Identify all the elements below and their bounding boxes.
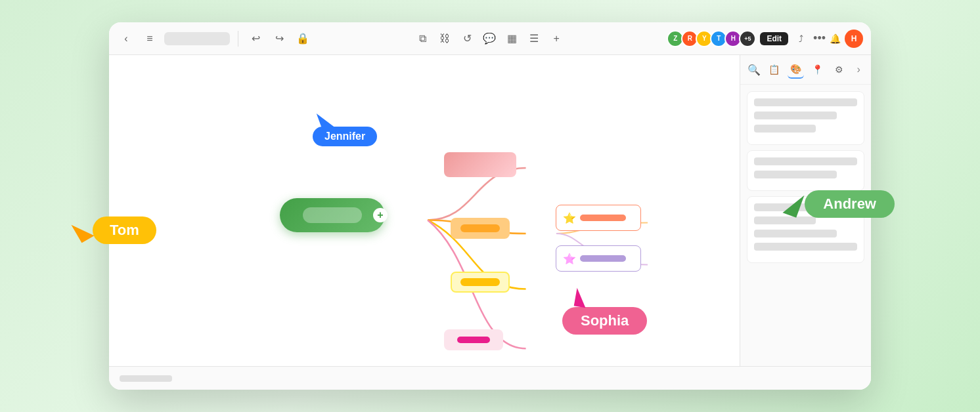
node-orange-content xyxy=(460,224,500,232)
branch-node-red[interactable] xyxy=(444,152,516,177)
app-window: ‹ ≡ ↩ ↪ 🔒 ⧉ ⛓ ↺ 💬 ▦ ☰ + Z R xyxy=(109,22,871,390)
sidebar-row xyxy=(754,125,816,133)
sidebar-content xyxy=(740,85,871,366)
sophia-cursor: Sophia xyxy=(562,289,647,335)
central-node[interactable]: + xyxy=(280,198,385,232)
sub-node-star-purple[interactable]: ⭐ xyxy=(556,245,641,272)
sidebar-tab-location[interactable]: 📍 xyxy=(809,60,826,79)
branch-node-pink[interactable] xyxy=(444,329,503,350)
node-pink-content xyxy=(457,337,490,343)
sidebar-row xyxy=(754,112,837,119)
table-button[interactable]: ▦ xyxy=(502,30,521,48)
branch-node-yellow[interactable] xyxy=(451,272,510,293)
toolbar-left: ‹ ≡ ↩ ↪ 🔒 xyxy=(117,30,312,48)
sidebar-tab-settings[interactable]: ⚙ xyxy=(831,60,847,79)
branch-node-orange[interactable] xyxy=(451,218,510,239)
toolbar-right: Z R Y T H +5 Edit ⤴ ••• 🔔 H xyxy=(667,30,863,48)
back-button[interactable]: ‹ xyxy=(117,30,135,48)
sidebar-row xyxy=(754,230,837,237)
andrew-label: Andrew xyxy=(805,190,895,218)
undo-button[interactable]: ↩ xyxy=(246,30,265,48)
canvas-area[interactable]: Jennifer Sophia xyxy=(109,55,740,366)
mode-label: Edit xyxy=(760,32,788,45)
avatar-extra: +5 xyxy=(739,30,756,47)
avatar-group: Z R Y T H +5 xyxy=(667,30,756,47)
andrew-cursor: Andrew xyxy=(786,190,895,218)
list-button[interactable]: ☰ xyxy=(525,30,543,48)
comment-button[interactable]: 💬 xyxy=(480,30,499,48)
sophia-label: Sophia xyxy=(562,307,647,335)
tom-arrow-icon xyxy=(71,218,94,243)
redo-button[interactable]: ↪ xyxy=(270,30,288,48)
sidebar-expand-button[interactable]: › xyxy=(853,63,864,76)
main-content: Jennifer Sophia xyxy=(109,55,871,366)
history-button[interactable]: ↺ xyxy=(458,30,476,48)
sophia-arrow-icon xyxy=(574,288,589,308)
sidebar-tab-style[interactable]: 🎨 xyxy=(788,60,804,79)
star-icon-1: ⭐ xyxy=(563,212,576,224)
more-button[interactable]: ••• xyxy=(813,31,826,45)
add-button[interactable]: + xyxy=(547,30,566,48)
bell-button[interactable]: 🔔 xyxy=(830,33,841,44)
sidebar-group-2 xyxy=(747,150,864,191)
tom-cursor: Tom xyxy=(76,216,156,244)
sub-node-star-orange[interactable]: ⭐ xyxy=(556,205,641,231)
sidebar-search-button[interactable]: 🔍 xyxy=(747,62,761,77)
divider-1 xyxy=(238,31,238,47)
user-avatar[interactable]: H xyxy=(845,30,863,48)
sidebar-toolbar: 🔍 📋 🎨 📍 ⚙ › xyxy=(740,55,871,85)
sub-node-purple-content xyxy=(580,255,626,262)
toolbar-center: ⧉ ⛓ ↺ 💬 ▦ ☰ + xyxy=(317,30,661,48)
sidebar-tab-outline[interactable]: 📋 xyxy=(766,60,782,79)
copy-button[interactable]: ⧉ xyxy=(413,30,432,48)
bottom-bar xyxy=(109,366,871,390)
link-button[interactable]: ⛓ xyxy=(435,30,454,48)
star-icon-2: ⭐ xyxy=(563,253,576,265)
breadcrumb xyxy=(164,32,230,45)
sidebar-row xyxy=(754,171,837,178)
toolbar: ‹ ≡ ↩ ↪ 🔒 ⧉ ⛓ ↺ 💬 ▦ ☰ + Z R xyxy=(109,22,871,55)
bottom-placeholder-1 xyxy=(120,375,172,382)
sidebar-group-1 xyxy=(747,91,864,145)
sidebar-row xyxy=(754,243,857,251)
sub-node-orange-content xyxy=(580,215,626,221)
sidebar-row xyxy=(754,98,857,106)
andrew-arrow-icon xyxy=(783,190,805,217)
share-button[interactable]: ⤴ xyxy=(792,30,809,47)
node-yellow-content xyxy=(460,278,500,286)
central-node-content xyxy=(303,207,362,223)
add-node-button[interactable]: + xyxy=(373,208,388,222)
tom-label: Tom xyxy=(93,216,156,244)
jennifer-cursor: Jennifer xyxy=(313,111,377,146)
sidebar-row xyxy=(754,157,857,165)
menu-button[interactable]: ≡ xyxy=(141,30,159,48)
lock-button[interactable]: 🔒 xyxy=(294,30,312,48)
